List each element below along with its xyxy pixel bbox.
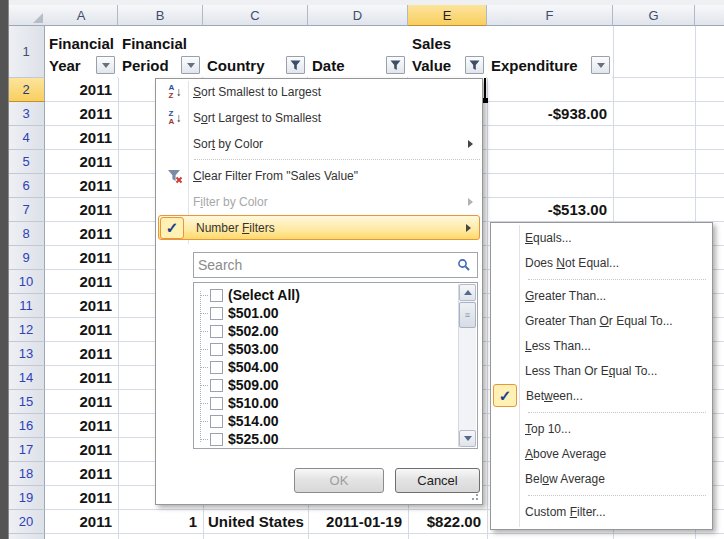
- submenu-item-greater-than[interactable]: Greater Than...: [492, 283, 711, 308]
- row-header-13[interactable]: 13: [8, 342, 45, 366]
- checkbox-unchecked[interactable]: [210, 343, 223, 356]
- scrollbar-thumb[interactable]: ≡: [459, 302, 476, 328]
- cell-a15[interactable]: 2011: [45, 390, 117, 414]
- row-header-18[interactable]: 18: [8, 462, 45, 486]
- cell-a11[interactable]: 2011: [45, 294, 117, 318]
- search-input[interactable]: [194, 257, 456, 273]
- submenu-item-custom-filter[interactable]: Custom Filter...: [492, 499, 711, 524]
- submenu-item-below-average[interactable]: Below Average: [492, 466, 711, 491]
- row-header-19[interactable]: 19: [8, 486, 45, 510]
- row-header-7[interactable]: 7: [8, 198, 45, 222]
- submenu-item-top-10[interactable]: Top 10...: [492, 416, 711, 441]
- header-cell-period[interactable]: FinancialPeriod: [118, 26, 202, 78]
- cell-a4[interactable]: 2011: [45, 126, 117, 150]
- cell-a6[interactable]: 2011: [45, 174, 117, 198]
- checkbox-unchecked[interactable]: [210, 415, 223, 428]
- column-header-c[interactable]: C: [203, 5, 308, 26]
- cell-a12[interactable]: 2011: [45, 318, 117, 342]
- menu-item-number-filters[interactable]: ✓Number Filters: [158, 215, 480, 240]
- funnel-filter-icon[interactable]: [386, 56, 405, 74]
- cell-a8[interactable]: 2011: [45, 222, 117, 246]
- cell-f7[interactable]: -$513.00: [487, 198, 612, 222]
- checkbox-unchecked[interactable]: [210, 361, 223, 374]
- row-header-6[interactable]: 6: [8, 174, 45, 198]
- list-item[interactable]: $504.00: [194, 358, 279, 376]
- cell-a7[interactable]: 2011: [45, 198, 117, 222]
- row-header-14[interactable]: 14: [8, 366, 45, 390]
- submenu-item-does-not-equal[interactable]: Does Not Equal...: [492, 250, 711, 275]
- cell-a10[interactable]: 2011: [45, 270, 117, 294]
- dropdown-arrow-icon[interactable]: [181, 56, 200, 74]
- row-header-17[interactable]: 17: [8, 438, 45, 462]
- cell-a13[interactable]: 2011: [45, 342, 117, 366]
- list-item[interactable]: $503.00: [194, 340, 279, 358]
- cell-b20[interactable]: 1: [118, 510, 202, 534]
- scroll-down-icon[interactable]: [459, 430, 476, 447]
- cell-a16[interactable]: 2011: [45, 414, 117, 438]
- ok-button[interactable]: OK: [294, 468, 384, 493]
- scrollbar[interactable]: ≡: [458, 284, 476, 447]
- cell-a20[interactable]: 2011: [45, 510, 117, 534]
- header-cell-year[interactable]: FinancialYear: [45, 26, 117, 78]
- column-header-f[interactable]: F: [487, 5, 613, 26]
- cell-a18[interactable]: 2011: [45, 462, 117, 486]
- list-item[interactable]: $514.00: [194, 412, 279, 430]
- cell-a3[interactable]: 2011: [45, 102, 117, 126]
- search-box[interactable]: [193, 252, 478, 278]
- submenu-item-equals[interactable]: Equals...: [492, 225, 711, 250]
- funnel-filter-icon[interactable]: [286, 56, 305, 74]
- select-all-corner[interactable]: [8, 5, 46, 26]
- row-header-15[interactable]: 15: [8, 390, 45, 414]
- funnel-filter-icon[interactable]: [465, 56, 484, 74]
- column-header-g[interactable]: G: [613, 5, 695, 26]
- header-cell-country[interactable]: Country: [203, 26, 307, 78]
- menu-item-sort-largest-to-smallest[interactable]: ZA↓Sort Largest to Smallest: [157, 105, 481, 131]
- submenu-item-above-average[interactable]: Above Average: [492, 441, 711, 466]
- cell-a2[interactable]: 2011: [45, 78, 117, 102]
- checkbox-unchecked[interactable]: [210, 325, 223, 338]
- checkbox-unchecked[interactable]: [210, 397, 223, 410]
- row-header-9[interactable]: 9: [8, 246, 45, 270]
- list-item[interactable]: $509.00: [194, 376, 279, 394]
- list-item[interactable]: $525.00: [194, 430, 279, 448]
- header-cell-value[interactable]: SalesValue: [408, 26, 486, 78]
- column-header-b[interactable]: B: [118, 5, 203, 26]
- row-header-11[interactable]: 11: [8, 294, 45, 318]
- resize-grip-icon[interactable]: [471, 493, 479, 501]
- row-header-8[interactable]: 8: [8, 222, 45, 246]
- list-item[interactable]: $502.00: [194, 322, 279, 340]
- list-item-partial[interactable]: [194, 448, 228, 449]
- cell-a19[interactable]: 2011: [45, 486, 117, 510]
- dropdown-arrow-icon[interactable]: [591, 56, 610, 74]
- cell-e20[interactable]: $822.00: [408, 510, 486, 534]
- row-header-12[interactable]: 12: [8, 318, 45, 342]
- row-header-10[interactable]: 10: [8, 270, 45, 294]
- cell-f3[interactable]: -$938.00: [487, 102, 612, 126]
- cell-c20[interactable]: United States: [203, 510, 307, 534]
- submenu-item-less-than-or-equal-to[interactable]: Less Than Or Equal To...: [492, 358, 711, 383]
- row-header-partial[interactable]: [8, 534, 45, 539]
- dropdown-arrow-icon[interactable]: [96, 56, 115, 74]
- list-item[interactable]: $501.00: [194, 304, 279, 322]
- column-header-d[interactable]: D: [308, 5, 408, 26]
- submenu-item-less-than[interactable]: Less Than...: [492, 333, 711, 358]
- cell-a9[interactable]: 2011: [45, 246, 117, 270]
- checkbox-unchecked[interactable]: [210, 307, 223, 320]
- list-item[interactable]: (Select All): [194, 286, 300, 304]
- column-header-a[interactable]: A: [45, 5, 118, 26]
- cell-a5[interactable]: 2011: [45, 150, 117, 174]
- submenu-item-between[interactable]: ✓Between...: [492, 383, 711, 408]
- fill-handle[interactable]: [483, 98, 488, 103]
- menu-item-sort-smallest-to-largest[interactable]: AZ↓Sort Smallest to Largest: [157, 79, 481, 105]
- scroll-up-icon[interactable]: [459, 284, 476, 301]
- checkbox-unchecked[interactable]: [210, 289, 223, 302]
- list-item[interactable]: $510.00: [194, 394, 279, 412]
- row-header-3[interactable]: 3: [8, 102, 45, 126]
- row-header-5[interactable]: 5: [8, 150, 45, 174]
- row-header-2[interactable]: 2: [8, 78, 45, 102]
- row-header-1[interactable]: 1: [8, 26, 45, 78]
- submenu-item-greater-than-or-equal-to[interactable]: Greater Than Or Equal To...: [492, 308, 711, 333]
- cell-d20[interactable]: 2011-01-19: [308, 510, 407, 534]
- column-header-e[interactable]: E: [408, 5, 487, 26]
- cell-a14[interactable]: 2011: [45, 366, 117, 390]
